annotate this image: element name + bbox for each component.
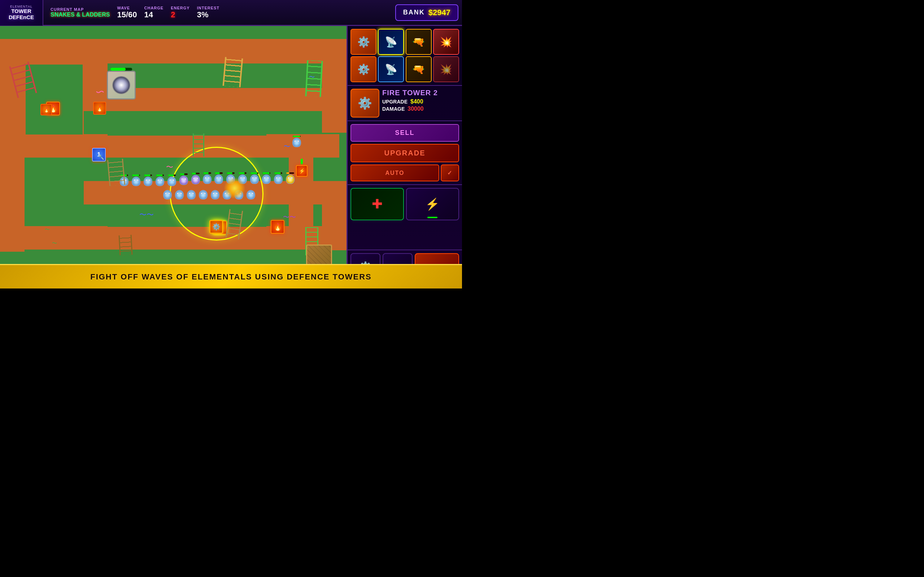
enemy-13 xyxy=(261,174,271,186)
upgrade-cost-row: UPGRADE $400 xyxy=(382,98,459,105)
tower-tl-small[interactable]: 🔥 xyxy=(40,104,52,115)
tower-card-1[interactable]: ⚙️ xyxy=(351,29,376,55)
interest-block: INTEREST 3% xyxy=(197,6,220,19)
snake-deco-8: 〜 xyxy=(45,226,50,233)
interest-label: INTEREST xyxy=(197,6,220,10)
message-bar: FIGHT OFF WAVES OF ELEMENTALS USING DEFE… xyxy=(0,264,462,288)
tower-info-name: FIRE TOWER 2 xyxy=(382,89,459,97)
snake-deco-7: 〜 xyxy=(309,74,315,81)
tower-info: ⚙️ FIRE TOWER 2 UPGRADE $400 DAMAGE 3000… xyxy=(347,86,462,121)
tower-info-icon[interactable]: ⚙️ xyxy=(351,89,380,118)
upgrade-cost: $400 xyxy=(410,98,423,105)
inner-box-2 xyxy=(24,158,84,226)
snake-deco-4: 〜 xyxy=(284,142,290,151)
path-v-mid xyxy=(83,39,108,111)
bank-area: BANK $2947 xyxy=(395,4,459,21)
current-map-block: CURRENT MAP SNAKES & LADDERS xyxy=(50,7,110,18)
enemy-19 xyxy=(198,190,208,201)
game-area[interactable]: 🔥 1 🔧 🔥 ⚙️ 🔥 ⚡ 〜 〜 〜〜 〜 〜〜 〜〜 xyxy=(0,26,347,264)
enemy-2 xyxy=(131,177,141,188)
tower-level1[interactable]: 1 🔧 xyxy=(92,148,106,161)
bank-value: $2947 xyxy=(428,8,451,17)
electric-preview[interactable]: ⚡ xyxy=(406,188,459,220)
interest-value: 3% xyxy=(197,10,208,19)
crate xyxy=(306,245,332,264)
enemy-4 xyxy=(155,177,165,188)
damage-value: 30000 xyxy=(407,106,424,112)
snake-deco-5: 〜〜 xyxy=(283,213,296,221)
charge-block: CHARGE 14 xyxy=(144,6,164,19)
path-v-right1 xyxy=(322,39,347,133)
enemy-14 xyxy=(273,174,283,186)
tower-card-4[interactable]: 💥 xyxy=(433,29,459,55)
charge-value: 14 xyxy=(144,10,153,19)
upgrade-button[interactable]: UPGRADE xyxy=(351,144,459,162)
energy-value: 2 xyxy=(171,10,175,19)
auto-button[interactable]: AUTO xyxy=(351,164,439,181)
tower-card-6[interactable]: 📡 xyxy=(378,56,404,82)
ladder-tan-1 xyxy=(107,159,125,186)
bank-label: BANK xyxy=(403,9,425,16)
middle-items: ✚ ⚡ xyxy=(347,184,462,223)
tower-card-2[interactable]: 📡 xyxy=(378,29,404,55)
snake-deco-1: 〜 xyxy=(96,87,104,98)
enemy-17 xyxy=(174,190,184,201)
explosion-effect xyxy=(224,177,246,199)
tower-card-7[interactable]: 🔫 xyxy=(406,56,432,82)
charge-label: CHARGE xyxy=(144,6,164,10)
tower-card-8[interactable]: 💥 xyxy=(433,56,459,82)
snake-deco-9: 〜 xyxy=(52,240,57,247)
portal xyxy=(107,71,136,100)
energy-label: ENERGY xyxy=(171,6,189,10)
tower-portal-area[interactable]: 🔥 xyxy=(93,102,106,115)
map-name: SNAKES & LADDERS xyxy=(50,11,110,18)
enemy-15 xyxy=(285,174,295,186)
check-button[interactable]: ✓ xyxy=(441,164,459,181)
enemy-5 xyxy=(167,177,177,188)
snake-deco-2: 〜 xyxy=(166,162,173,172)
enemy-23 xyxy=(246,190,256,201)
wave-value: 15/60 xyxy=(117,10,137,19)
path-h5 xyxy=(0,226,339,250)
auto-row: AUTO ✓ xyxy=(351,164,459,181)
ladder-orange-1 xyxy=(223,57,243,87)
ladder-green-2 xyxy=(193,134,204,156)
damage-label: DAMAGE xyxy=(382,106,405,112)
tower-card-5[interactable]: ⚙️ xyxy=(351,56,376,82)
upgrade-label: UPGRADE xyxy=(382,99,407,105)
sell-button[interactable]: SELL xyxy=(351,124,459,142)
enemy-9 xyxy=(214,174,224,186)
enemy-18 xyxy=(186,190,196,201)
tower-grid: ⚙️ 📡 🔫 💥 ⚙️ 📡 🔫 💥 xyxy=(347,26,462,86)
message-text: FIGHT OFF WAVES OF ELEMENTALS USING DEFE… xyxy=(90,272,372,282)
health-card[interactable]: ✚ xyxy=(351,188,404,220)
path-top xyxy=(0,39,347,63)
enemy-3 xyxy=(143,177,153,188)
damage-row: DAMAGE 30000 xyxy=(382,106,459,112)
inner-gap-1 xyxy=(108,111,267,135)
tower-info-text: FIRE TOWER 2 UPGRADE $400 DAMAGE 30000 xyxy=(382,89,459,118)
logo-area: ELEMENTAL TOWERDEFEnCE xyxy=(0,0,43,26)
enemy-7 xyxy=(191,175,201,187)
enemy-20 xyxy=(210,190,220,201)
wave-block: WAVE 15/60 xyxy=(117,6,137,19)
ladder-small-1 xyxy=(119,235,133,255)
tower-right1[interactable]: 🔥 xyxy=(271,220,284,234)
enemy-6 xyxy=(179,176,189,187)
action-buttons: SELL UPGRADE AUTO ✓ xyxy=(347,121,462,184)
enemy-12 xyxy=(249,174,260,186)
current-map-label: CURRENT MAP xyxy=(50,7,84,11)
enemy-16 xyxy=(162,190,173,201)
enemy-8 xyxy=(202,174,212,186)
tower-center[interactable]: ⚙️ xyxy=(209,220,223,234)
path-v-right2 xyxy=(322,181,347,250)
enemy-top-right xyxy=(292,138,302,149)
stats-area: CURRENT MAP SNAKES & LADDERS WAVE 15/60 … xyxy=(43,6,395,19)
inner-box-1 xyxy=(24,63,84,135)
right-panel: ⚙️ 📡 🔫 💥 ⚙️ 📡 🔫 💥 ⚙️ FIRE TOWER 2 xyxy=(347,26,462,288)
energy-block: ENERGY 2 xyxy=(171,6,189,19)
topbar: ELEMENTAL TOWERDEFEnCE CURRENT MAP SNAKE… xyxy=(0,0,462,26)
tower-right-area: ⚡ xyxy=(296,159,307,177)
tower-card-3[interactable]: 🔫 xyxy=(406,29,432,55)
inner-gap-2 xyxy=(108,205,267,227)
